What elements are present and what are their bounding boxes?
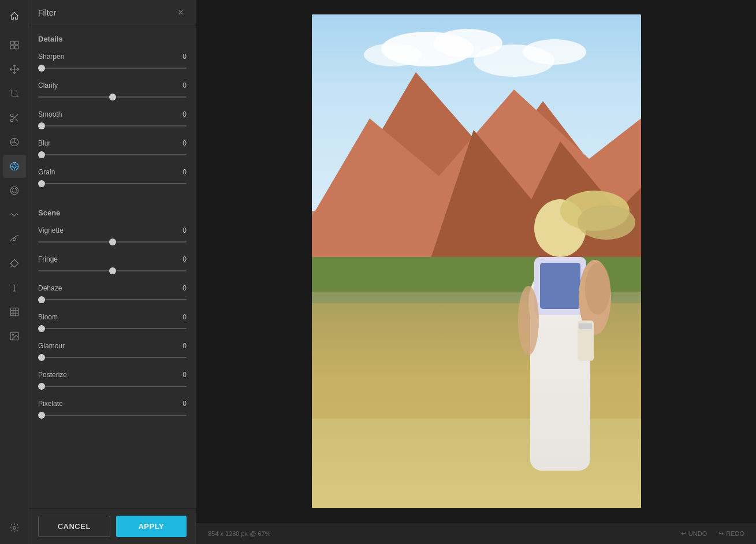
fringe-label: Fringe — [38, 255, 58, 263]
edit-icon[interactable] — [3, 33, 26, 57]
pixelate-track[interactable] — [38, 411, 187, 419]
settings-icon[interactable] — [3, 516, 26, 539]
posterize-label: Posterize — [38, 371, 67, 379]
sharpen-value: 0 — [183, 53, 187, 61]
svg-point-22 — [13, 527, 16, 530]
fringe-value: 0 — [183, 255, 187, 263]
pen-tool-icon[interactable] — [3, 252, 26, 275]
svg-point-4 — [10, 114, 13, 117]
posterize-thumb[interactable] — [38, 383, 45, 390]
blur-value: 0 — [183, 139, 187, 147]
glamour-thumb[interactable] — [38, 354, 45, 361]
bottom-bar-actions: ↩ UNDO ↪ REDO — [681, 530, 744, 537]
smooth-thumb[interactable] — [38, 122, 45, 129]
clarity-thumb[interactable] — [109, 94, 116, 100]
text-tool-icon[interactable] — [3, 276, 26, 299]
undo-arrow-icon: ↩ — [681, 530, 686, 537]
dehaze-thumb[interactable] — [38, 296, 45, 303]
svg-point-28 — [523, 39, 586, 65]
redo-arrow-icon: ↪ — [718, 530, 724, 537]
photo-image — [312, 14, 641, 508]
photo-container — [312, 14, 641, 508]
posterize-value: 0 — [183, 371, 187, 379]
blur-track[interactable] — [38, 151, 187, 159]
home-icon[interactable] — [3, 5, 26, 28]
glamour-value: 0 — [183, 342, 187, 350]
vignette-track[interactable] — [38, 238, 187, 246]
image-info: 854 x 1280 px @ 67% — [208, 530, 270, 537]
hatch-icon[interactable] — [3, 300, 26, 323]
redo-button[interactable]: ↪ REDO — [718, 530, 744, 537]
svg-point-21 — [12, 334, 13, 335]
cancel-button[interactable]: CANCEL — [38, 516, 110, 537]
svg-point-43 — [585, 263, 610, 315]
clarity-label: Clarity — [38, 81, 58, 90]
smooth-label: Smooth — [38, 110, 62, 118]
smooth-slider-row: Smooth 0 — [38, 110, 187, 130]
fringe-slider-row: Fringe 0 — [38, 255, 187, 275]
vignette-label: Vignette — [38, 226, 64, 234]
lens-icon[interactable] — [3, 179, 26, 202]
svg-point-8 — [13, 165, 16, 168]
crop-icon[interactable] — [3, 82, 26, 105]
svg-point-14 — [12, 188, 17, 193]
bottom-bar: 854 x 1280 px @ 67% ↩ UNDO ↪ REDO — [196, 522, 756, 544]
glamour-track[interactable] — [38, 353, 187, 362]
fringe-thumb[interactable] — [109, 267, 116, 274]
brush-tool-icon[interactable] — [3, 228, 26, 251]
pixelate-thumb[interactable] — [38, 412, 45, 419]
apply-button[interactable]: APPLY — [116, 516, 187, 537]
scissors-icon[interactable] — [3, 106, 26, 129]
bloom-track[interactable] — [38, 325, 187, 333]
vignette-slider-row: Vignette 0 — [38, 226, 187, 246]
grain-track[interactable] — [38, 180, 187, 188]
svg-point-5 — [10, 119, 13, 122]
bloom-value: 0 — [183, 313, 187, 321]
posterize-track[interactable] — [38, 382, 187, 390]
dehaze-label: Dehaze — [38, 284, 62, 292]
close-button[interactable]: × — [175, 7, 187, 18]
pixelate-value: 0 — [183, 400, 187, 408]
clarity-track[interactable] — [38, 93, 187, 101]
svg-rect-38 — [540, 263, 580, 309]
svg-point-13 — [10, 187, 18, 195]
undo-button[interactable]: ↩ UNDO — [681, 530, 707, 537]
panel-title: Filter — [38, 8, 56, 17]
sharpen-track[interactable] — [38, 64, 187, 72]
svg-rect-1 — [14, 41, 18, 44]
smooth-track[interactable] — [38, 122, 187, 130]
clarity-value: 0 — [183, 81, 187, 90]
panel-footer: CANCEL APPLY — [29, 508, 196, 544]
vignette-thumb[interactable] — [109, 239, 116, 245]
sharpen-thumb[interactable] — [38, 65, 45, 72]
grain-thumb[interactable] — [38, 180, 45, 187]
svg-rect-3 — [14, 46, 18, 49]
svg-rect-2 — [10, 46, 14, 49]
svg-rect-15 — [10, 308, 18, 316]
blur-thumb[interactable] — [38, 151, 45, 158]
bloom-thumb[interactable] — [38, 325, 45, 332]
glamour-label: Glamour — [38, 342, 65, 350]
filter-active-icon[interactable] — [3, 155, 26, 178]
scene-section-title: Scene — [38, 208, 187, 217]
panel-content: Details Sharpen 0 Clarity 0 — [29, 25, 196, 508]
color-icon[interactable] — [3, 131, 26, 154]
svg-point-26 — [364, 43, 422, 66]
pixelate-slider-row: Pixelate 0 — [38, 400, 187, 419]
redo-label: REDO — [726, 530, 744, 537]
fringe-track[interactable] — [38, 267, 187, 275]
blur-slider-row: Blur 0 — [38, 139, 187, 159]
wave-icon[interactable] — [3, 203, 26, 226]
undo-label: UNDO — [688, 530, 707, 537]
gallery-icon[interactable] — [3, 325, 26, 348]
dehaze-slider-row: Dehaze 0 — [38, 284, 187, 304]
sharpen-slider-row: Sharpen 0 — [38, 53, 187, 72]
sharpen-label: Sharpen — [38, 53, 64, 61]
svg-point-46 — [518, 286, 539, 355]
pixelate-label: Pixelate — [38, 400, 63, 408]
svg-point-41 — [578, 205, 635, 240]
dehaze-track[interactable] — [38, 296, 187, 304]
filter-panel: Filter × Details Sharpen 0 Clarity 0 — [29, 0, 196, 544]
grain-label: Grain — [38, 168, 55, 176]
transform-icon[interactable] — [3, 58, 26, 81]
